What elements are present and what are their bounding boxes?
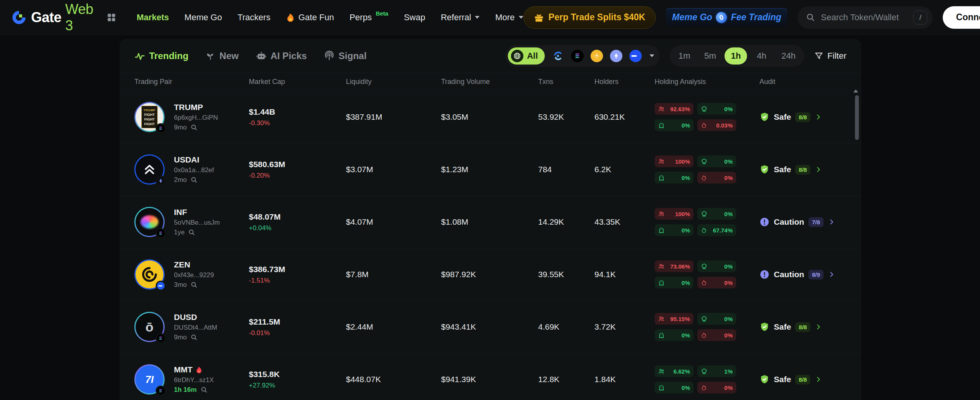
audit-score-badge: 7/8 <box>808 217 824 227</box>
market-cap-value: $386.73M <box>249 265 346 274</box>
pair-info: MMT 6trDhY...sz1X 1h 16m <box>174 365 214 394</box>
token-address: 6p6xgH...GiPN <box>174 114 218 122</box>
table-row[interactable]: 7I MMT 6trDhY...sz1X 1h 16m <box>120 353 861 400</box>
magnifier-icon[interactable] <box>188 229 195 236</box>
scrollbar-thumb[interactable] <box>855 95 859 140</box>
volume-value: $3.05M <box>441 112 538 122</box>
market-cap-value: $1.44B <box>249 107 346 117</box>
pair-info: TRUMP 6p6xgH...GiPN 9mo <box>174 103 218 131</box>
filter-button[interactable]: Filter <box>814 51 846 61</box>
pair-cell: 7I MMT 6trDhY...sz1X 1h 16m <box>134 364 249 395</box>
nav-item-gate-fun[interactable]: Gate Fun <box>286 12 334 23</box>
apps-grid-icon[interactable] <box>106 12 116 23</box>
audit-cell[interactable]: Safe 8/8 <box>759 112 846 122</box>
table-row[interactable]: INF 5oVNBe...usJm 1ye $48.07M +0.04% $4.… <box>120 196 861 248</box>
holding-badge: 0% <box>697 260 736 272</box>
audit-cell[interactable]: Safe 8/8 <box>759 164 846 175</box>
token-list-panel: Trending New AI Picks Signal <box>120 39 861 400</box>
search-input[interactable]: Search Token/Wallet / <box>798 6 933 29</box>
sprout-icon <box>205 51 215 61</box>
tab-new[interactable]: New <box>205 51 238 61</box>
timeframe-5m[interactable]: 5m <box>699 47 722 65</box>
bnb-icon[interactable] <box>591 50 603 62</box>
chevron-right-icon[interactable] <box>829 219 835 225</box>
connect-button[interactable]: Connect <box>943 6 980 29</box>
holding-badge: 0% <box>655 382 693 393</box>
table-row[interactable]: USDAI 0x0a1a...82ef 2mo $580.63M -0.20% … <box>120 143 861 196</box>
audit-cell[interactable]: Safe 8/8 <box>759 322 846 332</box>
tab-ai-picks[interactable]: AI Picks <box>256 51 307 61</box>
nav-item-meme-go[interactable]: Meme Go <box>184 12 222 23</box>
col-market-cap: Market Cap <box>249 78 346 86</box>
txns-value: 53.92K <box>538 112 594 122</box>
pair-info: USDAI 0x0a1a...82ef 2mo <box>174 155 214 184</box>
chevron-right-icon[interactable] <box>815 324 822 330</box>
holding-badge: 0% <box>655 224 693 236</box>
audit-cell[interactable]: Safe 8/8 <box>759 374 846 384</box>
robot-icon <box>256 51 267 61</box>
perp-trade-splits-banner[interactable]: Perp Trade Splits $40K <box>523 6 656 29</box>
holding-badge: 0% <box>655 119 693 131</box>
nav-item-perps[interactable]: Perps Beta <box>349 12 388 23</box>
chevron-down-icon <box>475 16 480 19</box>
timeframe-24h[interactable]: 24h <box>776 47 801 65</box>
chevron-right-icon[interactable] <box>815 166 822 173</box>
timeframe-4h[interactable]: 4h <box>750 47 773 65</box>
logo-brand: Gate <box>31 9 61 26</box>
search-shortcut-key: / <box>913 10 927 24</box>
holding-badge: 0% <box>697 208 736 220</box>
meme-go-fee-trading-banner[interactable]: Meme Go 0 Fee Trading <box>666 8 787 27</box>
scrollbar-up-arrow[interactable] <box>853 89 858 93</box>
audit-status-icon <box>759 269 770 279</box>
holding-analysis-cell: 100% 0% 0% 67.74% <box>655 208 759 236</box>
solana-icon[interactable] <box>571 50 584 62</box>
tab-signal[interactable]: Signal <box>324 51 367 61</box>
audit-cell[interactable]: Caution 8/9 <box>759 269 846 279</box>
audit-cell[interactable]: Caution 7/8 <box>759 217 846 227</box>
audit-status-icon <box>759 164 770 175</box>
magnifier-icon[interactable] <box>191 334 198 341</box>
magnifier-icon[interactable] <box>201 386 208 393</box>
holding-badge: 0% <box>697 329 736 341</box>
holding-badge: 95.15% <box>655 313 693 325</box>
chain-filter-all[interactable]: All <box>508 47 545 65</box>
liquidity-value: $3.07M <box>346 165 441 174</box>
base-icon[interactable] <box>629 50 642 62</box>
token-avatar: ō <box>134 312 165 342</box>
nav-item-more[interactable]: More <box>495 12 523 23</box>
gate-logo-icon <box>11 9 27 26</box>
volume-value: $1.08M <box>441 217 538 227</box>
chevron-right-icon[interactable] <box>829 271 835 278</box>
volume-value: $941.39K <box>441 375 538 384</box>
chevron-right-icon[interactable] <box>815 114 822 120</box>
market-cap-change: -1.51% <box>249 277 346 285</box>
audit-score-badge: 8/9 <box>808 270 824 279</box>
token-address: 0x0a1a...82ef <box>174 166 214 174</box>
table-row[interactable]: ZEN 0xf43e...9229 3mo $386.73M -1.51% $7… <box>120 248 861 301</box>
nav-item-referral[interactable]: Referral <box>441 12 480 23</box>
table-row[interactable]: ō DUSD DUSDt4...AttM 9mo <box>120 301 861 353</box>
timeframe-1h[interactable]: 1h <box>725 47 747 65</box>
timeframe-1m[interactable]: 1m <box>673 47 696 65</box>
gate-logo[interactable]: Gate Web 3 <box>11 1 93 34</box>
holding-analysis-cell: 100% 0% 0% 0% <box>655 155 759 183</box>
nav-item-swap[interactable]: Swap <box>404 12 425 23</box>
ethereum-icon[interactable] <box>610 50 622 62</box>
nav-item-trackers[interactable]: Trackers <box>238 12 271 23</box>
chains-icon[interactable] <box>552 50 564 62</box>
magnifier-icon[interactable] <box>191 124 198 131</box>
chevron-right-icon[interactable] <box>815 376 822 383</box>
col-holders: Holders <box>594 78 655 86</box>
tab-trending[interactable]: Trending <box>134 51 188 61</box>
nav-item-markets[interactable]: Markets <box>137 12 169 23</box>
chevron-down-icon[interactable] <box>650 54 654 57</box>
logo-suffix: Web 3 <box>65 1 93 34</box>
audit-status-label: Safe <box>774 375 791 384</box>
magnifier-icon[interactable] <box>191 176 198 183</box>
magnifier-icon[interactable] <box>191 281 198 288</box>
chain-badge-icon <box>156 176 166 186</box>
market-cap-value: $580.63M <box>249 160 346 169</box>
holding-badge: 0.03% <box>697 119 736 131</box>
table-row[interactable]: TRUMPFIGHTFIGHTFIGHT TRUMP 6p6xgH...GiPN… <box>120 91 861 143</box>
holders-value: 1.84K <box>594 375 655 384</box>
